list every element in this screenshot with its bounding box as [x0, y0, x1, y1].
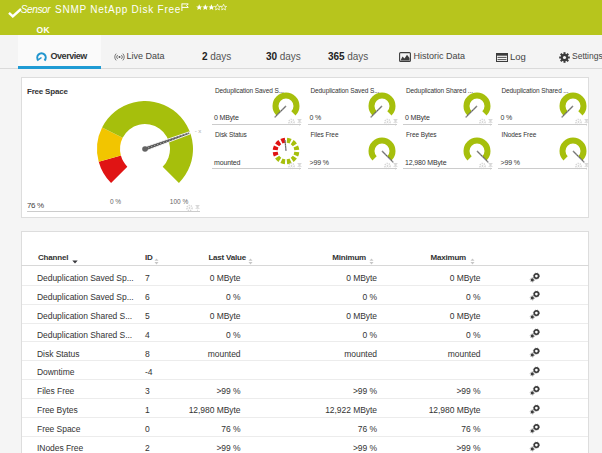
- svg-text:- x: - x: [195, 128, 202, 134]
